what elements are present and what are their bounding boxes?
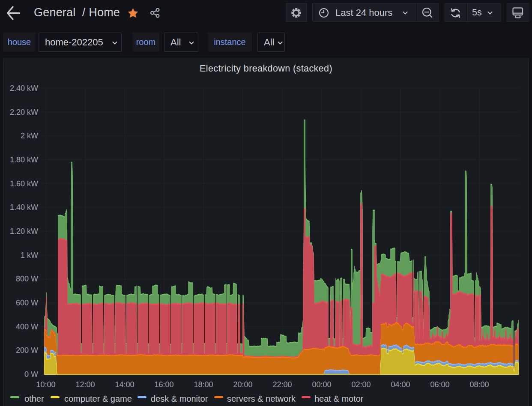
svg-text:1.20 kW: 1.20 kW	[10, 227, 38, 236]
svg-text:servers & network: servers & network	[227, 394, 296, 403]
svg-text:16:00: 16:00	[154, 380, 173, 389]
svg-text:other: other	[24, 394, 44, 403]
svg-text:1 kW: 1 kW	[21, 251, 38, 260]
svg-text:200 W: 200 W	[16, 346, 38, 355]
svg-text:02:00: 02:00	[351, 380, 371, 389]
svg-text:desk & monitor: desk & monitor	[151, 394, 208, 403]
svg-text:heat & motor: heat & motor	[314, 394, 364, 403]
svg-text:0 W: 0 W	[24, 370, 38, 379]
svg-text:12:00: 12:00	[75, 380, 95, 389]
svg-text:2 kW: 2 kW	[21, 131, 38, 140]
svg-text:04:00: 04:00	[391, 380, 410, 389]
svg-text:18:00: 18:00	[194, 380, 213, 389]
svg-text:600 W: 600 W	[16, 299, 38, 307]
svg-text:14:00: 14:00	[115, 380, 134, 389]
svg-text:400 W: 400 W	[16, 322, 38, 331]
svg-text:08:00: 08:00	[469, 380, 489, 389]
svg-text:00:00: 00:00	[312, 380, 331, 389]
svg-text:20:00: 20:00	[233, 380, 252, 389]
svg-text:800 W: 800 W	[16, 275, 38, 283]
svg-text:2.40 kW: 2.40 kW	[10, 84, 38, 93]
svg-text:22:00: 22:00	[272, 380, 292, 389]
svg-text:1.60 kW: 1.60 kW	[10, 179, 38, 188]
svg-text:1.80 kW: 1.80 kW	[10, 155, 38, 164]
svg-text:1.40 kW: 1.40 kW	[10, 203, 38, 212]
svg-text:06:00: 06:00	[430, 380, 449, 389]
svg-text:10:00: 10:00	[36, 380, 55, 389]
svg-text:2.20 kW: 2.20 kW	[10, 108, 38, 116]
svg-text:computer & game: computer & game	[64, 394, 132, 403]
